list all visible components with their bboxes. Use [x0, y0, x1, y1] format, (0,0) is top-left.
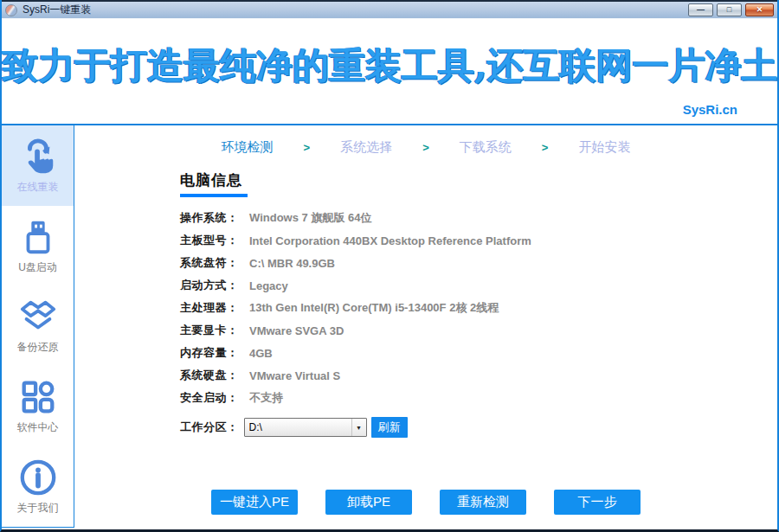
partition-combobox-wrap: D:\ ▼ — [244, 418, 367, 437]
steps-nav: 环境检测 > 系统选择 > 下载系统 > 开始安装 — [74, 139, 777, 156]
minimize-button[interactable]: — — [688, 3, 713, 16]
main-panel: 环境检测 > 系统选择 > 下载系统 > 开始安装 电脑信息 操作系统： Win… — [74, 125, 777, 529]
info-row-motherboard: 主板型号： Intel Corporation 440BX Desktop Re… — [180, 229, 777, 252]
info-row-gpu: 主要显卡： VMware SVGA 3D — [180, 319, 777, 342]
info-value: 4GB — [249, 347, 273, 360]
info-value: Legacy — [249, 279, 288, 292]
step-separator-icon: > — [542, 141, 549, 154]
info-row-disk: 系统硬盘： VMware Virtual S — [180, 364, 777, 387]
sidebar-item-online-reinstall[interactable]: 在线重装 — [2, 125, 74, 206]
titlebar: SysRi一键重装 — □ ✕ — [0, 0, 779, 19]
info-label: 主板型号： — [180, 233, 246, 248]
apps-grid-icon — [18, 377, 58, 417]
step-separator-icon: > — [422, 141, 429, 154]
enter-pe-button[interactable]: 一键进入PE — [211, 490, 298, 515]
info-value: 13th Gen Intel(R) Core(TM) i5-13400F 2核 … — [249, 300, 499, 316]
banner-headline: 致力于打造最纯净的重装工具,还互联网一片净土 — [2, 19, 777, 90]
banner: 致力于打造最纯净的重装工具,还互联网一片净土 SysRi.cn — [2, 19, 777, 124]
info-row-secure-boot: 安全启动： 不支持 — [180, 387, 777, 409]
info-label: 操作系统： — [180, 210, 246, 226]
sidebar-item-about-us[interactable]: 关于我们 — [2, 446, 74, 527]
info-label: 内存容量： — [180, 345, 246, 361]
info-label: 安全启动： — [180, 390, 246, 406]
info-circle-icon — [18, 458, 58, 497]
info-label: 启动方式： — [180, 278, 246, 293]
info-value: C:\ MBR 49.9GB — [249, 257, 335, 270]
sidebar-item-software-center[interactable]: 软件中心 — [2, 366, 74, 446]
step-start-install: 开始安装 — [576, 139, 632, 156]
sidebar-item-label: 软件中心 — [17, 420, 59, 435]
recheck-button[interactable]: 重新检测 — [440, 490, 526, 515]
window-controls: — □ ✕ — [688, 3, 774, 16]
hand-refresh-icon — [18, 137, 58, 176]
info-label: 系统硬盘： — [180, 368, 246, 383]
app-icon — [5, 4, 17, 16]
step-system-select: 系统选择 — [338, 139, 394, 156]
work-partition-row: 工作分区： D:\ ▼ 刷新 — [180, 417, 777, 438]
sidebar-item-backup-restore[interactable]: 备份还原 — [2, 286, 74, 367]
info-row-boot-mode: 启动方式： Legacy — [180, 274, 777, 297]
step-download-system: 下载系统 — [458, 139, 513, 156]
sidebar-item-label: 关于我们 — [17, 501, 59, 516]
sidebar-item-label: 备份还原 — [17, 340, 59, 355]
step-env-check: 环境检测 — [220, 139, 275, 156]
info-value: Intel Corporation 440BX Desktop Referenc… — [249, 234, 531, 247]
next-step-button[interactable]: 下一步 — [554, 490, 641, 515]
info-value: Windows 7 旗舰版 64位 — [249, 210, 371, 226]
partition-label: 工作分区： — [180, 420, 239, 435]
app-window: SysRi一键重装 — □ ✕ 致力于打造最纯净的重装工具,还互联网一片净土 S… — [0, 0, 779, 532]
window-title: SysRi一键重装 — [23, 3, 91, 17]
usb-drive-icon — [18, 217, 58, 257]
info-value: VMware SVGA 3D — [249, 324, 344, 337]
partition-select[interactable]: D:\ — [244, 418, 367, 437]
info-row-system-drive: 系统盘符： C:\ MBR 49.9GB — [180, 252, 777, 274]
section-title-wrap: 电脑信息 — [180, 170, 777, 197]
info-value: 不支持 — [249, 390, 283, 406]
step-separator-icon: > — [304, 141, 311, 154]
maximize-button[interactable]: □ — [717, 3, 742, 16]
sidebar-item-usb-boot[interactable]: U盘启动 — [2, 206, 74, 286]
page-title: 电脑信息 — [180, 170, 777, 190]
close-button[interactable]: ✕ — [745, 3, 774, 16]
info-value: VMware Virtual S — [249, 369, 340, 382]
banner-site-url: SysRi.cn — [683, 102, 737, 117]
info-row-memory: 内存容量： 4GB — [180, 342, 777, 364]
info-label: 系统盘符： — [180, 255, 246, 271]
sidebar-item-label: U盘启动 — [18, 260, 57, 275]
sidebar-item-label: 在线重装 — [17, 180, 59, 195]
info-row-os: 操作系统： Windows 7 旗舰版 64位 — [180, 207, 777, 229]
info-label: 主处理器： — [180, 300, 246, 316]
info-label: 主要显卡： — [180, 323, 246, 338]
sidebar: 在线重装 U盘启动 备份还原 — [2, 125, 74, 528]
computer-info-list: 操作系统： Windows 7 旗舰版 64位 主板型号： Intel Corp… — [180, 207, 777, 409]
title-underline — [180, 194, 248, 197]
refresh-button[interactable]: 刷新 — [371, 417, 408, 438]
uninstall-pe-button[interactable]: 卸载PE — [325, 490, 412, 515]
info-row-cpu: 主处理器： 13th Gen Intel(R) Core(TM) i5-1340… — [180, 297, 777, 319]
backup-box-icon — [18, 297, 58, 337]
action-button-bar: 一键进入PE 卸载PE 重新检测 下一步 — [74, 490, 777, 515]
